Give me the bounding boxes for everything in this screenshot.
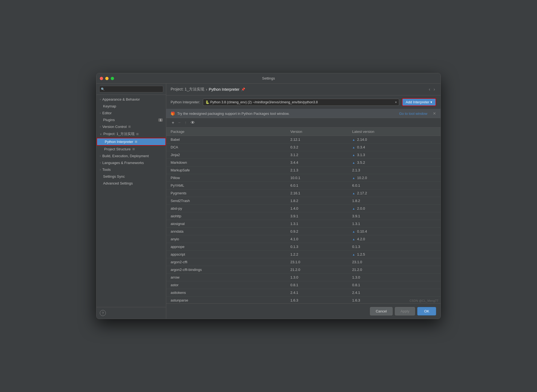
table-row[interactable]: aiosignal1.3.11.3.1 bbox=[166, 220, 440, 228]
table-row[interactable]: Jinja23.1.2▲ 3.1.3 bbox=[166, 151, 440, 159]
package-latest: ▲ 1.2.5 bbox=[348, 251, 440, 258]
interpreter-row: Python Interpreter: 🐍 Python 3.8 (clmeng… bbox=[166, 95, 440, 109]
sidebar-footer: ? bbox=[97, 307, 166, 319]
banner-close-button[interactable]: ✕ bbox=[433, 111, 436, 116]
packages-table[interactable]: Package Version Latest version Babel2.12… bbox=[166, 128, 440, 303]
package-version: 1.4.0 bbox=[286, 205, 348, 212]
package-latest: 1.8.2 bbox=[348, 197, 440, 205]
table-row[interactable]: PyYAML6.0.16.0.1 bbox=[166, 182, 440, 189]
sidebar-item-advanced-settings[interactable]: Advanced Settings bbox=[97, 180, 166, 187]
interpreter-value: 🐍 Python 3.8 (clmeng_env) (2) ~/miniforg… bbox=[205, 100, 393, 104]
help-button[interactable]: ? bbox=[100, 310, 106, 316]
package-version: 23.1.0 bbox=[286, 258, 348, 266]
sidebar-item-settings-sync[interactable]: Settings Sync bbox=[97, 173, 166, 180]
sidebar-item-plugins[interactable]: Plugins 1 bbox=[97, 116, 166, 123]
sidebar-item-keymap[interactable]: Keymap bbox=[97, 103, 166, 110]
package-name: PyYAML bbox=[166, 182, 286, 189]
chevron-right-icon: › bbox=[100, 125, 101, 128]
minimize-button[interactable] bbox=[105, 77, 109, 80]
package-version: 0.8.1 bbox=[286, 281, 348, 289]
sidebar-item-appearance[interactable]: › Appearance & Behavior bbox=[97, 96, 166, 103]
col-latest[interactable]: Latest version bbox=[348, 128, 440, 136]
plugins-badge: 1 bbox=[158, 118, 163, 122]
sidebar-item-python-interpreter[interactable]: Python Interpreter ⊞ bbox=[97, 138, 166, 146]
col-version[interactable]: Version bbox=[286, 128, 348, 136]
goto-tool-window-link[interactable]: Go to tool window bbox=[399, 112, 427, 116]
banner-content: 🎁 Try the redesigned packaging support i… bbox=[171, 112, 290, 116]
table-row[interactable]: absl-py1.4.0▲ 2.0.0 bbox=[166, 205, 440, 212]
sidebar-item-languages[interactable]: › Languages & Frameworks bbox=[97, 159, 166, 166]
table-row[interactable]: Send2Trash1.8.21.8.2 bbox=[166, 197, 440, 205]
package-name: Babel bbox=[166, 136, 286, 144]
search-box: 🔍 bbox=[97, 84, 166, 95]
table-row[interactable]: argon2-cffi-bindings21.2.021.2.0 bbox=[166, 266, 440, 274]
package-name: astor bbox=[166, 281, 286, 289]
upgrade-arrow-icon: ▲ bbox=[352, 230, 356, 233]
table-row[interactable]: Babel2.12.1▲ 2.14.0 bbox=[166, 136, 440, 144]
package-latest: 2.1.3 bbox=[348, 166, 440, 174]
package-latest: 6.0.1 bbox=[348, 182, 440, 189]
table-row[interactable]: DCA0.3.2▲ 0.3.4 bbox=[166, 144, 440, 151]
main-layout: 🔍 › Appearance & Behavior Keymap › bbox=[97, 84, 440, 319]
table-row[interactable]: asttokens2.4.12.4.1 bbox=[166, 289, 440, 297]
package-version: 3.1.2 bbox=[286, 151, 348, 159]
breadcrumb-separator: › bbox=[206, 87, 207, 92]
package-version: 2.12.1 bbox=[286, 136, 348, 144]
package-latest: 23.1.0 bbox=[348, 258, 440, 266]
table-row[interactable]: Markdown3.4.4▲ 3.5.2 bbox=[166, 159, 440, 166]
package-name: arrow bbox=[166, 274, 286, 281]
apply-button[interactable]: Apply bbox=[395, 307, 415, 315]
close-button[interactable] bbox=[100, 77, 103, 80]
sidebar: 🔍 › Appearance & Behavior Keymap › bbox=[97, 84, 166, 319]
sidebar-item-tools[interactable]: › Tools bbox=[97, 166, 166, 173]
package-latest: 1.3.1 bbox=[348, 220, 440, 228]
package-latest: ▲ 2.0.0 bbox=[348, 205, 440, 212]
add-interpreter-button[interactable]: Add Interpreter ▾ bbox=[402, 98, 436, 106]
sidebar-item-project[interactable]: ∨ Project: 1_方法实现 ⊞ bbox=[97, 130, 166, 138]
pin-icon[interactable]: 📌 bbox=[241, 87, 245, 91]
interpreter-select[interactable]: 🐍 Python 3.8 (clmeng_env) (2) ~/miniforg… bbox=[203, 99, 399, 106]
add-package-button[interactable]: + bbox=[171, 120, 175, 126]
remove-package-button[interactable]: − bbox=[177, 120, 182, 126]
settings-window: Settings 🔍 › Appearance & Behavior bbox=[96, 73, 441, 319]
table-row[interactable]: Pillow10.0.1▲ 10.2.0 bbox=[166, 174, 440, 182]
maximize-button[interactable] bbox=[111, 77, 114, 80]
col-package[interactable]: Package bbox=[166, 128, 286, 136]
ok-button[interactable]: OK bbox=[417, 307, 436, 315]
table-row[interactable]: appnope0.1.30.1.3 bbox=[166, 243, 440, 251]
sidebar-item-project-structure[interactable]: Project Structure ⊞ bbox=[97, 146, 166, 153]
banner-icon: 🎁 bbox=[171, 112, 175, 116]
table-row[interactable]: anndata0.9.2▲ 0.10.4 bbox=[166, 228, 440, 235]
upgrade-arrow-icon: ▲ bbox=[352, 161, 356, 164]
table-row[interactable]: MarkupSafe2.1.32.1.3 bbox=[166, 166, 440, 174]
search-icon: 🔍 bbox=[101, 87, 105, 91]
table-row[interactable]: appscript1.2.2▲ 1.2.5 bbox=[166, 251, 440, 258]
upgrade-package-button[interactable]: ↑ bbox=[183, 120, 188, 126]
forward-button[interactable]: › bbox=[433, 86, 436, 92]
back-button[interactable]: ‹ bbox=[428, 86, 431, 92]
package-latest: ▲ 2.17.2 bbox=[348, 189, 440, 197]
package-latest: ▲ 0.3.4 bbox=[348, 144, 440, 151]
sidebar-item-label: Keymap bbox=[103, 104, 116, 108]
table-row[interactable]: arrow1.3.01.3.0 bbox=[166, 274, 440, 281]
table-row[interactable]: astunparse1.6.31.6.3 bbox=[166, 297, 440, 304]
table-row[interactable]: argon2-cffi23.1.023.1.0 bbox=[166, 258, 440, 266]
table-row[interactable]: astor0.8.10.8.1 bbox=[166, 281, 440, 289]
cancel-button[interactable]: Cancel bbox=[370, 307, 392, 315]
package-name: Pillow bbox=[166, 174, 286, 182]
upgrade-arrow-icon: ▲ bbox=[352, 238, 356, 241]
sidebar-item-version-control[interactable]: › Version Control ⊞ bbox=[97, 123, 166, 130]
sidebar-item-build[interactable]: › Build, Execution, Deployment bbox=[97, 153, 166, 159]
bottom-actions: Cancel Apply OK bbox=[370, 307, 436, 315]
sidebar-item-editor[interactable]: › Editor bbox=[97, 110, 166, 116]
upgrade-arrow-icon: ▲ bbox=[352, 192, 356, 195]
table-row[interactable]: anyio4.1.0▲ 4.2.0 bbox=[166, 235, 440, 243]
bottom-bar: Cancel Apply OK bbox=[166, 303, 440, 319]
table-row[interactable]: Pygments2.16.1▲ 2.17.2 bbox=[166, 189, 440, 197]
table-row[interactable]: aiohttp3.9.13.9.1 bbox=[166, 212, 440, 220]
content-panel: Project: 1_方法实现 › Python Interpreter 📌 ‹… bbox=[166, 84, 440, 319]
show-details-button[interactable]: 👁 bbox=[189, 120, 196, 126]
chevron-right-icon: › bbox=[100, 112, 101, 115]
search-input[interactable] bbox=[99, 86, 163, 92]
dropdown-caret-icon: ▾ bbox=[395, 100, 397, 104]
